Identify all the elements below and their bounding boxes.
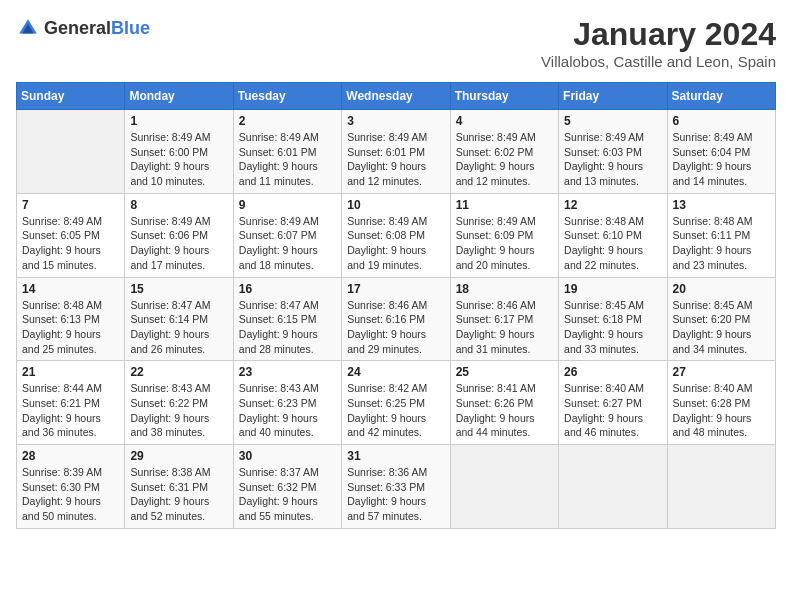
calendar-cell: 31Sunrise: 8:36 AMSunset: 6:33 PMDayligh… xyxy=(342,445,450,529)
day-detail: Sunrise: 8:44 AMSunset: 6:21 PMDaylight:… xyxy=(22,381,119,440)
calendar-cell: 11Sunrise: 8:49 AMSunset: 6:09 PMDayligh… xyxy=(450,193,558,277)
day-number: 30 xyxy=(239,449,336,463)
day-detail: Sunrise: 8:47 AMSunset: 6:15 PMDaylight:… xyxy=(239,298,336,357)
weekday-header-tuesday: Tuesday xyxy=(233,83,341,110)
day-number: 22 xyxy=(130,365,227,379)
day-detail: Sunrise: 8:43 AMSunset: 6:23 PMDaylight:… xyxy=(239,381,336,440)
day-number: 10 xyxy=(347,198,444,212)
day-number: 20 xyxy=(673,282,770,296)
day-number: 15 xyxy=(130,282,227,296)
calendar-cell: 14Sunrise: 8:48 AMSunset: 6:13 PMDayligh… xyxy=(17,277,125,361)
day-number: 4 xyxy=(456,114,553,128)
day-detail: Sunrise: 8:49 AMSunset: 6:03 PMDaylight:… xyxy=(564,130,661,189)
location-title: Villalobos, Castille and Leon, Spain xyxy=(541,53,776,70)
day-detail: Sunrise: 8:42 AMSunset: 6:25 PMDaylight:… xyxy=(347,381,444,440)
day-detail: Sunrise: 8:40 AMSunset: 6:28 PMDaylight:… xyxy=(673,381,770,440)
day-number: 12 xyxy=(564,198,661,212)
day-number: 17 xyxy=(347,282,444,296)
day-number: 28 xyxy=(22,449,119,463)
calendar-cell: 25Sunrise: 8:41 AMSunset: 6:26 PMDayligh… xyxy=(450,361,558,445)
day-detail: Sunrise: 8:43 AMSunset: 6:22 PMDaylight:… xyxy=(130,381,227,440)
calendar-cell: 19Sunrise: 8:45 AMSunset: 6:18 PMDayligh… xyxy=(559,277,667,361)
logo-text: GeneralBlue xyxy=(44,18,150,39)
weekday-header-row: SundayMondayTuesdayWednesdayThursdayFrid… xyxy=(17,83,776,110)
day-number: 27 xyxy=(673,365,770,379)
calendar-cell: 27Sunrise: 8:40 AMSunset: 6:28 PMDayligh… xyxy=(667,361,775,445)
day-number: 9 xyxy=(239,198,336,212)
calendar-week-row: 14Sunrise: 8:48 AMSunset: 6:13 PMDayligh… xyxy=(17,277,776,361)
day-number: 14 xyxy=(22,282,119,296)
weekday-header-wednesday: Wednesday xyxy=(342,83,450,110)
calendar-cell: 8Sunrise: 8:49 AMSunset: 6:06 PMDaylight… xyxy=(125,193,233,277)
day-detail: Sunrise: 8:45 AMSunset: 6:18 PMDaylight:… xyxy=(564,298,661,357)
calendar-cell: 16Sunrise: 8:47 AMSunset: 6:15 PMDayligh… xyxy=(233,277,341,361)
calendar-cell: 13Sunrise: 8:48 AMSunset: 6:11 PMDayligh… xyxy=(667,193,775,277)
title-area: January 2024 Villalobos, Castille and Le… xyxy=(541,16,776,70)
day-detail: Sunrise: 8:49 AMSunset: 6:01 PMDaylight:… xyxy=(239,130,336,189)
calendar-cell: 29Sunrise: 8:38 AMSunset: 6:31 PMDayligh… xyxy=(125,445,233,529)
day-detail: Sunrise: 8:45 AMSunset: 6:20 PMDaylight:… xyxy=(673,298,770,357)
day-number: 3 xyxy=(347,114,444,128)
logo: GeneralBlue xyxy=(16,16,150,40)
day-number: 25 xyxy=(456,365,553,379)
page-header: GeneralBlue January 2024 Villalobos, Cas… xyxy=(16,16,776,70)
day-number: 6 xyxy=(673,114,770,128)
calendar-cell: 3Sunrise: 8:49 AMSunset: 6:01 PMDaylight… xyxy=(342,110,450,194)
day-number: 2 xyxy=(239,114,336,128)
day-detail: Sunrise: 8:39 AMSunset: 6:30 PMDaylight:… xyxy=(22,465,119,524)
day-detail: Sunrise: 8:49 AMSunset: 6:09 PMDaylight:… xyxy=(456,214,553,273)
calendar-cell: 2Sunrise: 8:49 AMSunset: 6:01 PMDaylight… xyxy=(233,110,341,194)
day-detail: Sunrise: 8:49 AMSunset: 6:00 PMDaylight:… xyxy=(130,130,227,189)
weekday-header-monday: Monday xyxy=(125,83,233,110)
day-detail: Sunrise: 8:46 AMSunset: 6:17 PMDaylight:… xyxy=(456,298,553,357)
logo-blue: Blue xyxy=(111,18,150,38)
calendar-cell: 20Sunrise: 8:45 AMSunset: 6:20 PMDayligh… xyxy=(667,277,775,361)
day-number: 18 xyxy=(456,282,553,296)
day-detail: Sunrise: 8:49 AMSunset: 6:05 PMDaylight:… xyxy=(22,214,119,273)
calendar-cell: 17Sunrise: 8:46 AMSunset: 6:16 PMDayligh… xyxy=(342,277,450,361)
day-number: 5 xyxy=(564,114,661,128)
day-detail: Sunrise: 8:41 AMSunset: 6:26 PMDaylight:… xyxy=(456,381,553,440)
logo-general: General xyxy=(44,18,111,38)
calendar-cell: 18Sunrise: 8:46 AMSunset: 6:17 PMDayligh… xyxy=(450,277,558,361)
calendar-cell: 12Sunrise: 8:48 AMSunset: 6:10 PMDayligh… xyxy=(559,193,667,277)
calendar-cell: 23Sunrise: 8:43 AMSunset: 6:23 PMDayligh… xyxy=(233,361,341,445)
calendar-cell: 30Sunrise: 8:37 AMSunset: 6:32 PMDayligh… xyxy=(233,445,341,529)
calendar-week-row: 7Sunrise: 8:49 AMSunset: 6:05 PMDaylight… xyxy=(17,193,776,277)
day-detail: Sunrise: 8:38 AMSunset: 6:31 PMDaylight:… xyxy=(130,465,227,524)
day-number: 1 xyxy=(130,114,227,128)
day-number: 19 xyxy=(564,282,661,296)
day-number: 24 xyxy=(347,365,444,379)
calendar-cell: 4Sunrise: 8:49 AMSunset: 6:02 PMDaylight… xyxy=(450,110,558,194)
weekday-header-friday: Friday xyxy=(559,83,667,110)
calendar-week-row: 1Sunrise: 8:49 AMSunset: 6:00 PMDaylight… xyxy=(17,110,776,194)
day-detail: Sunrise: 8:49 AMSunset: 6:07 PMDaylight:… xyxy=(239,214,336,273)
calendar-cell: 5Sunrise: 8:49 AMSunset: 6:03 PMDaylight… xyxy=(559,110,667,194)
logo-icon xyxy=(16,16,40,40)
day-number: 13 xyxy=(673,198,770,212)
day-number: 16 xyxy=(239,282,336,296)
calendar-cell: 21Sunrise: 8:44 AMSunset: 6:21 PMDayligh… xyxy=(17,361,125,445)
calendar-cell: 6Sunrise: 8:49 AMSunset: 6:04 PMDaylight… xyxy=(667,110,775,194)
day-number: 8 xyxy=(130,198,227,212)
calendar-table: SundayMondayTuesdayWednesdayThursdayFrid… xyxy=(16,82,776,529)
calendar-cell: 1Sunrise: 8:49 AMSunset: 6:00 PMDaylight… xyxy=(125,110,233,194)
day-number: 26 xyxy=(564,365,661,379)
calendar-cell xyxy=(450,445,558,529)
calendar-cell: 10Sunrise: 8:49 AMSunset: 6:08 PMDayligh… xyxy=(342,193,450,277)
calendar-cell xyxy=(559,445,667,529)
day-detail: Sunrise: 8:49 AMSunset: 6:01 PMDaylight:… xyxy=(347,130,444,189)
day-detail: Sunrise: 8:37 AMSunset: 6:32 PMDaylight:… xyxy=(239,465,336,524)
calendar-cell: 28Sunrise: 8:39 AMSunset: 6:30 PMDayligh… xyxy=(17,445,125,529)
day-detail: Sunrise: 8:49 AMSunset: 6:08 PMDaylight:… xyxy=(347,214,444,273)
calendar-cell: 24Sunrise: 8:42 AMSunset: 6:25 PMDayligh… xyxy=(342,361,450,445)
day-detail: Sunrise: 8:49 AMSunset: 6:04 PMDaylight:… xyxy=(673,130,770,189)
day-detail: Sunrise: 8:47 AMSunset: 6:14 PMDaylight:… xyxy=(130,298,227,357)
calendar-cell xyxy=(17,110,125,194)
day-number: 21 xyxy=(22,365,119,379)
calendar-cell: 7Sunrise: 8:49 AMSunset: 6:05 PMDaylight… xyxy=(17,193,125,277)
calendar-week-row: 28Sunrise: 8:39 AMSunset: 6:30 PMDayligh… xyxy=(17,445,776,529)
day-detail: Sunrise: 8:46 AMSunset: 6:16 PMDaylight:… xyxy=(347,298,444,357)
calendar-cell xyxy=(667,445,775,529)
day-detail: Sunrise: 8:48 AMSunset: 6:10 PMDaylight:… xyxy=(564,214,661,273)
